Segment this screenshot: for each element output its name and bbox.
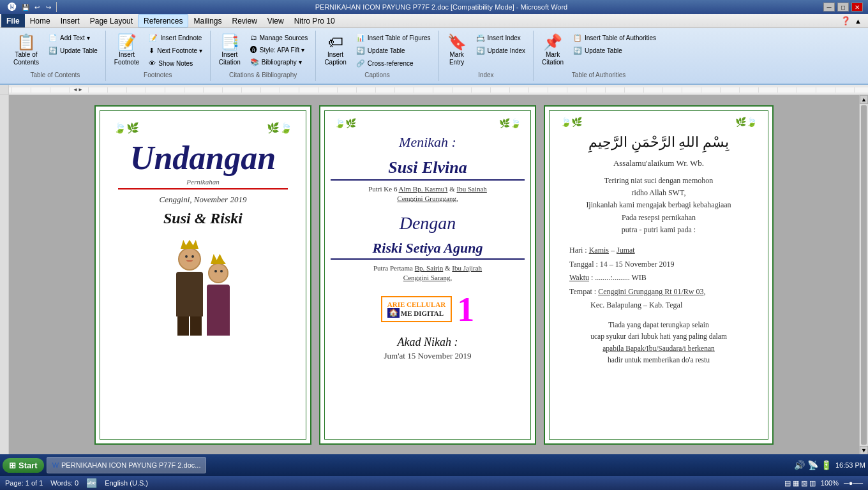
scroll-up-btn[interactable]: ▲ <box>860 95 868 104</box>
update-index-btn[interactable]: 🔄 Update Index <box>472 45 530 57</box>
ribbon-group-toc: 📋 Table ofContents 📄 Add Text ▾ 🔄 Update… <box>5 31 106 81</box>
window-controls[interactable]: ─ □ ✕ <box>823 3 863 11</box>
insert-caption-btn[interactable]: 🏷 InsertCaption <box>320 32 350 69</box>
schedule-jumat-value: Jumat <box>617 246 635 255</box>
add-text-label: Add Text ▾ <box>60 34 90 41</box>
redo-btn[interactable]: ↪ <box>43 2 54 12</box>
insert-index-icon: 📇 <box>476 34 485 42</box>
show-notes-btn[interactable]: 👁 Show Notes <box>145 57 206 69</box>
menu-insert[interactable]: Insert <box>56 14 85 27</box>
update-table-caption-btn[interactable]: 🔄 Update Table <box>352 45 435 57</box>
bride-eyes <box>209 270 227 272</box>
bibliography-label: Bibliography ▾ <box>262 59 302 66</box>
insert-table-figures-btn[interactable]: 📊 Insert Table of Figures <box>352 32 435 44</box>
insert-endnote-btn[interactable]: 📝 Insert Endnote <box>145 32 206 44</box>
card2-ad-container: ARIE CELLULAR 🏠 ME DIGITAL 1 <box>331 290 525 329</box>
update-table-toc-btn[interactable]: 🔄 Update Table <box>45 45 101 57</box>
bride-head <box>208 263 228 283</box>
groom-legs <box>177 316 202 336</box>
cross-reference-btn[interactable]: 🔗 Cross-reference <box>352 57 435 70</box>
endnote-label: Insert Endnote <box>160 34 202 41</box>
toc-group-label: Table of Contents <box>5 71 105 78</box>
zoom-slider[interactable]: ─●── <box>844 479 863 487</box>
toc-label: Table ofContents <box>13 51 39 66</box>
insert-index-btn[interactable]: 📇 Insert Index <box>472 32 530 44</box>
card2-bride-parent: Putri Ke 6 Alm Bp. Kasmu'i & Ibu Sainah … <box>331 184 525 204</box>
mark-entry-btn[interactable]: 🔖 MarkEntry <box>443 32 471 69</box>
insert-citation-btn[interactable]: 📑 InsertCitation <box>214 32 245 69</box>
next-footnote-btn[interactable]: ⬇ Next Footnote ▾ <box>145 45 206 57</box>
mark-citation-btn[interactable]: 📌 MarkCitation <box>537 32 568 69</box>
footnotes-group-label: Footnotes <box>106 71 210 78</box>
menu-review[interactable]: Review <box>227 14 262 27</box>
card2-akad-label: Akad Nikah : <box>331 336 525 349</box>
status-words: Words: 0 <box>50 479 79 487</box>
table-figures-label: Insert Table of Figures <box>368 34 431 41</box>
maximize-btn[interactable]: □ <box>837 3 849 11</box>
menu-bar: File Home Insert Page Layout References … <box>0 14 868 28</box>
table-figures-icon: 📊 <box>356 34 365 42</box>
manage-sources-btn[interactable]: 🗂 Manage Sources <box>246 32 312 43</box>
document-content: 🍃🌿 🌿🍃 Undangan Pernikahan Cenggini, Nove… <box>9 95 859 455</box>
ribbon-minimize-icon[interactable]: ▲ <box>855 17 862 25</box>
menu-pagelayout[interactable]: Page Layout <box>85 14 138 27</box>
start-button[interactable]: ⊞ Start <box>3 458 44 473</box>
bride-figure <box>207 254 230 336</box>
card1-content: 🍃🌿 🌿🍃 Undangan Pernikahan Cenggini, Nove… <box>96 107 310 443</box>
floral-left-icon: 🍃🌿 <box>114 122 139 134</box>
scroll-down-btn[interactable]: ▼ <box>860 446 868 455</box>
menu-nitro[interactable]: Nitro Pro 10 <box>289 14 340 27</box>
show-notes-icon: 👁 <box>149 59 156 67</box>
authorities-group-label: Table of Authorities <box>534 71 664 78</box>
card2-ad-line2: 🏠 ME DIGITAL <box>387 308 445 318</box>
taskbar-word-item[interactable]: W PERNIKAHAN ICON PAYUNG P77F 2.doc... <box>47 457 207 473</box>
minimize-btn[interactable]: ─ <box>823 3 835 11</box>
add-text-btn[interactable]: 📄 Add Text ▾ <box>45 32 101 44</box>
menu-view[interactable]: View <box>262 14 289 27</box>
scroll-thumb[interactable] <box>861 105 867 445</box>
toc-icon: 📋 <box>17 34 36 50</box>
card1-date: Cenggini, November 2019 <box>108 195 297 205</box>
save-btn[interactable]: 💾 <box>20 2 31 12</box>
taskbar-word-label: PERNIKAHAN ICON PAYUNG P77F 2.doc... <box>61 461 200 469</box>
ribbon-group-captions: 🏷 InsertCaption 📊 Insert Table of Figure… <box>316 31 438 81</box>
document-area: 🍃🌿 🌿🍃 Undangan Pernikahan Cenggini, Nove… <box>0 95 868 455</box>
footnote-label: InsertFootnote <box>114 51 139 66</box>
undo-btn[interactable]: ↩ <box>32 2 42 12</box>
update-table-auth-btn[interactable]: 🔄 Update Table <box>569 45 660 57</box>
ribbon: 📋 Table ofContents 📄 Add Text ▾ 🔄 Update… <box>0 28 868 85</box>
card2-bride-name: Susi Elvina <box>331 158 525 181</box>
status-lang-icon: 🔤 <box>86 478 97 488</box>
insert-footnote-btn[interactable]: 📝 InsertFootnote <box>110 32 144 69</box>
menu-mailings[interactable]: Mailings <box>188 14 227 27</box>
card3-arabic: بِسْمِ اللهِ الرَّحْمَنِ الرَّحِيمِ <box>557 134 761 151</box>
style-btn[interactable]: 🅐 Style: APA Fift ▾ <box>246 44 312 56</box>
card2-groom-parent: Putra Pertama Bp. Sairin & Ibu Jajirah C… <box>331 264 525 283</box>
card2-content: 🍃🌿 🌿🍃 Menikah : Susi Elvina Putri Ke 6 A… <box>320 107 535 373</box>
card3-floral-top: 🍃🌿 🌿🍃 <box>557 117 761 128</box>
card-details: 🍃🌿 🌿🍃 بِسْمِ اللهِ الرَّحْمَنِ الرَّحِيم… <box>544 105 774 445</box>
mark-entry-label: MarkEntry <box>449 51 464 66</box>
groom-figure <box>176 240 203 336</box>
vertical-scrollbar[interactable]: ▲ ▼ <box>859 95 868 455</box>
table-of-contents-btn[interactable]: 📋 Table ofContents <box>9 32 43 69</box>
status-right: ▤ ▦ ▧ ▥ 100% ─●── <box>784 479 863 487</box>
update-table-cap-label: Update Table <box>368 47 405 54</box>
insert-authorities-btn[interactable]: 📋 Insert Table of Authorities <box>569 32 660 44</box>
index-small-btns: 📇 Insert Index 🔄 Update Index <box>472 32 530 57</box>
card2-number: 1 <box>457 290 474 329</box>
groom-crown <box>181 240 198 249</box>
close-btn[interactable]: ✕ <box>851 3 863 11</box>
bibliography-btn[interactable]: 📚 Bibliography ▾ <box>246 56 312 68</box>
menu-file[interactable]: File <box>1 14 25 27</box>
quick-access-toolbar[interactable]: 🅦 💾 ↩ ↪ <box>5 2 57 12</box>
show-notes-label: Show Notes <box>158 60 193 67</box>
help-icon[interactable]: ❓ <box>841 16 851 26</box>
ribbon-group-footnotes: 📝 InsertFootnote 📝 Insert Endnote ⬇ Next… <box>106 31 211 81</box>
update-index-icon: 🔄 <box>476 47 485 55</box>
status-bar: Page: 1 of 1 Words: 0 🔤 English (U.S.) ▤… <box>0 476 868 490</box>
menu-home[interactable]: Home <box>25 14 56 27</box>
style-label: Style: APA Fift ▾ <box>260 47 304 54</box>
menu-references[interactable]: References <box>138 14 188 27</box>
update-table-toc-icon: 🔄 <box>49 47 57 55</box>
